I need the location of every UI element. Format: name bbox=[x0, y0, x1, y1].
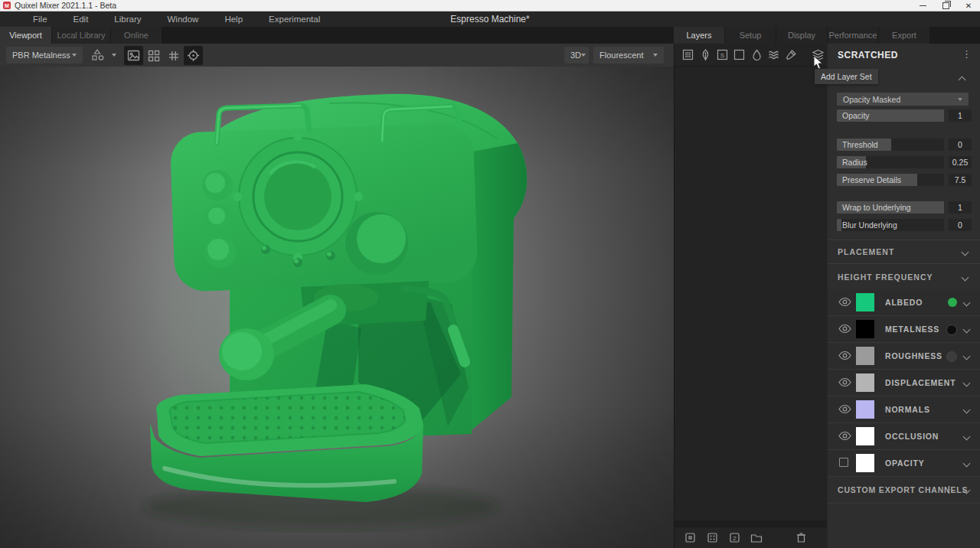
opacity-value[interactable]: 1 bbox=[949, 109, 972, 122]
minimize-button[interactable] bbox=[911, 0, 934, 11]
material-id-icon[interactable] bbox=[704, 530, 720, 546]
shading-mode-dropdown[interactable]: PBR Metalness bbox=[6, 47, 83, 64]
channel-row-opacity[interactable]: OPACITY bbox=[828, 450, 980, 477]
visibility-eye-icon[interactable] bbox=[838, 324, 851, 334]
grid-icon bbox=[168, 50, 180, 62]
viewport-toolbar: PBR Metalness bbox=[0, 44, 674, 67]
visibility-checkbox[interactable] bbox=[839, 458, 848, 467]
menu-library[interactable]: Library bbox=[101, 15, 154, 24]
tab-display[interactable]: Display bbox=[776, 27, 828, 44]
tab-performance[interactable]: Performance bbox=[828, 27, 879, 44]
material-view-button[interactable] bbox=[144, 46, 163, 65]
channel-swatch[interactable] bbox=[856, 454, 874, 472]
tooltip: Add Layer Set bbox=[815, 69, 878, 84]
wireframe-button[interactable] bbox=[164, 46, 183, 65]
chevron-down-icon[interactable] bbox=[963, 433, 971, 441]
preserve-details-value[interactable]: 7.5 bbox=[949, 174, 972, 186]
section-placement[interactable]: PLACEMENT bbox=[828, 240, 980, 264]
threshold-slider[interactable]: Threshold bbox=[837, 139, 944, 151]
channel-row-displacement[interactable]: DISPLACEMENT bbox=[828, 370, 980, 396]
channel-row-normals[interactable]: NORMALS bbox=[828, 396, 980, 423]
channel-color-dot[interactable] bbox=[946, 325, 957, 335]
section-label: PLACEMENT bbox=[838, 247, 894, 256]
tab-local-library[interactable]: Local Library bbox=[52, 27, 111, 44]
layer-list-area[interactable] bbox=[675, 67, 827, 520]
wrap-to-underlying-slider[interactable]: Wrap to Underlying bbox=[837, 201, 944, 214]
chevron-down-icon[interactable] bbox=[963, 380, 971, 387]
blur-underlying-value[interactable]: 0 bbox=[949, 219, 972, 231]
menu-edit[interactable]: Edit bbox=[60, 15, 102, 24]
channel-swatch[interactable] bbox=[856, 427, 874, 445]
menu-window[interactable]: Window bbox=[155, 15, 212, 24]
visibility-eye-icon[interactable] bbox=[838, 377, 851, 387]
menu-experimental[interactable]: Experimental bbox=[256, 15, 333, 24]
menu-help[interactable]: Help bbox=[211, 15, 256, 24]
channel-row-roughness[interactable]: ROUGHNESS bbox=[828, 343, 980, 370]
close-button[interactable]: ✕ bbox=[957, 0, 980, 11]
channel-swatch[interactable] bbox=[856, 320, 874, 338]
visibility-eye-icon[interactable] bbox=[838, 297, 851, 307]
collapse-properties-icon[interactable] bbox=[959, 77, 966, 84]
primitive-picker-dropdown[interactable] bbox=[90, 46, 116, 64]
tab-viewport[interactable]: Viewport bbox=[0, 27, 52, 44]
visibility-eye-icon[interactable] bbox=[838, 404, 851, 414]
chevron-down-icon bbox=[653, 54, 658, 57]
radius-value[interactable]: 0.25 bbox=[949, 156, 972, 168]
texture-view-button[interactable] bbox=[124, 46, 143, 65]
add-atlas-layer-icon[interactable] bbox=[697, 47, 713, 64]
channel-row-albedo[interactable]: ALBEDO bbox=[828, 289, 980, 316]
wrap-to-underlying-value[interactable]: 1 bbox=[949, 201, 972, 214]
tab-export[interactable]: Export bbox=[879, 27, 930, 44]
chevron-down-icon[interactable] bbox=[963, 326, 971, 334]
add-smart-material-icon[interactable]: S bbox=[714, 47, 730, 64]
custom-export-menu-button[interactable]: ⋮ bbox=[944, 484, 954, 494]
tab-layers[interactable]: Layers bbox=[674, 27, 725, 44]
channel-color-dot[interactable] bbox=[946, 351, 957, 362]
group-folder-icon[interactable] bbox=[748, 530, 765, 546]
delete-layer-icon[interactable] bbox=[792, 530, 809, 546]
chevron-down-icon[interactable] bbox=[963, 299, 971, 307]
blur-underlying-slider[interactable]: Blur Underlying bbox=[837, 219, 944, 231]
rename-mix-icon[interactable]: 2 bbox=[726, 530, 743, 546]
channel-swatch[interactable] bbox=[856, 400, 874, 419]
blend-mode-dropdown[interactable]: Opacity Masked bbox=[837, 93, 969, 106]
svg-text:2: 2 bbox=[733, 535, 737, 542]
channel-color-dot[interactable] bbox=[948, 298, 957, 307]
channel-swatch[interactable] bbox=[856, 373, 874, 392]
tab-online[interactable]: Online bbox=[111, 27, 162, 44]
radius-slider[interactable]: Radius bbox=[837, 156, 944, 168]
visibility-eye-icon[interactable] bbox=[838, 351, 851, 360]
chevron-down-icon[interactable] bbox=[963, 353, 971, 360]
focus-button[interactable] bbox=[184, 46, 203, 65]
menu-file[interactable]: File bbox=[20, 15, 60, 24]
add-noise-layer-icon[interactable] bbox=[766, 47, 782, 64]
image-icon bbox=[127, 49, 140, 62]
chevron-down-icon[interactable] bbox=[963, 406, 971, 414]
new-mix-icon[interactable] bbox=[681, 530, 698, 546]
add-liquid-layer-icon[interactable] bbox=[749, 47, 765, 64]
close-icon: ✕ bbox=[965, 2, 972, 10]
viewport-3d[interactable] bbox=[0, 67, 674, 548]
tab-setup[interactable]: Setup bbox=[725, 27, 776, 44]
custom-export-channels-row[interactable]: CUSTOM EXPORT CHANNELS⋮ bbox=[828, 477, 980, 504]
view-mode-dropdown[interactable]: 3D bbox=[564, 47, 589, 64]
chevron-down-icon[interactable] bbox=[963, 460, 971, 468]
threshold-value[interactable]: 0 bbox=[949, 139, 972, 151]
channel-swatch[interactable] bbox=[856, 293, 874, 312]
section-height-frequency[interactable]: HEIGHT FREQUENCY bbox=[828, 264, 980, 291]
add-paint-layer-icon[interactable] bbox=[782, 47, 799, 64]
tab-row: ViewportLocal LibraryOnline LayersSetupD… bbox=[0, 27, 980, 44]
channel-row-occlusion[interactable]: OCCLUSION bbox=[828, 423, 980, 450]
channel-swatch[interactable] bbox=[856, 347, 874, 365]
opacity-slider[interactable]: Opacity bbox=[837, 109, 944, 122]
lighting-dropdown[interactable]: Flourescent bbox=[593, 47, 664, 64]
shading-mode-value: PBR Metalness bbox=[12, 51, 70, 60]
visibility-eye-icon[interactable] bbox=[838, 431, 851, 441]
maximize-button[interactable] bbox=[934, 0, 957, 11]
add-layer-set-icon[interactable] bbox=[810, 47, 826, 64]
layer-menu-button[interactable]: ⋮ bbox=[962, 49, 972, 59]
channel-row-metalness[interactable]: METALNESS bbox=[828, 316, 980, 343]
preserve-details-slider[interactable]: Preserve Details bbox=[837, 174, 944, 186]
add-surface-layer-icon[interactable] bbox=[680, 47, 696, 64]
add-solid-layer-icon[interactable] bbox=[731, 47, 747, 64]
